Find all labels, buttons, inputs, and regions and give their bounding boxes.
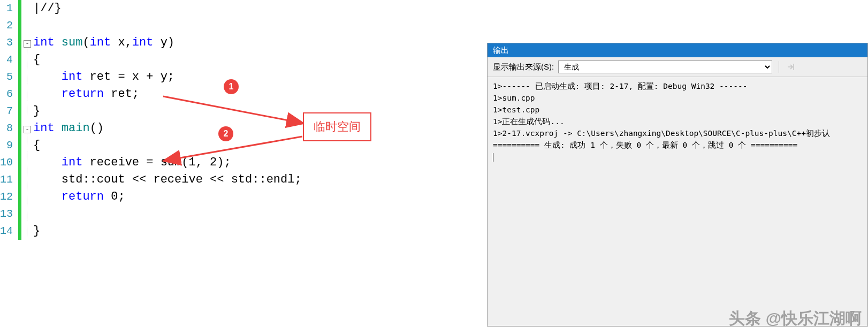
code-text[interactable]: return ret; <box>33 86 139 103</box>
code-text[interactable]: |//} <box>33 0 62 17</box>
arrow-1 <box>161 91 306 128</box>
code-editor[interactable]: 1|//}23-int sum(int x,int y)4{5 int ret … <box>0 0 487 334</box>
code-text[interactable]: return 0; <box>33 188 125 206</box>
fold-gutter[interactable] <box>21 220 33 243</box>
svg-line-1 <box>165 136 302 161</box>
output-panel: 输出 显示输出来源(S): 生成 1>------ 已启动生成: 项目: 2-1… <box>487 43 868 327</box>
output-source-select[interactable]: 生成 <box>558 60 772 73</box>
line-number: 7 <box>0 103 15 120</box>
fold-guide <box>27 151 27 169</box>
code-text[interactable]: { <box>33 51 40 69</box>
code-text[interactable]: int ret = x + y; <box>33 69 174 86</box>
line-number: 13 <box>0 206 15 223</box>
annotation-badge-1: 1 <box>224 79 239 94</box>
line-number: 1 <box>0 0 15 17</box>
output-toolbar: 显示输出来源(S): 生成 <box>488 57 867 77</box>
line-number: 10 <box>0 154 15 171</box>
output-log[interactable]: 1>------ 已启动生成: 项目: 2-17, 配置: Debug Win3… <box>488 77 867 166</box>
code-text[interactable]: } <box>33 103 40 120</box>
svg-line-0 <box>163 96 302 123</box>
goto-icon[interactable] <box>786 62 796 72</box>
line-number: 4 <box>0 51 15 69</box>
code-line[interactable]: 13 <box>0 206 487 223</box>
line-number: 9 <box>0 137 15 154</box>
fold-guide <box>27 186 27 203</box>
fold-guide <box>27 66 27 83</box>
toolbar-separator <box>779 61 779 73</box>
line-number: 5 <box>0 69 15 86</box>
code-line[interactable]: 5 int ret = x + y; <box>0 69 487 86</box>
fold-toggle-icon[interactable]: - <box>24 40 31 48</box>
code-line[interactable]: 11 std::cout << receive << std::endl; <box>0 171 487 188</box>
fold-guide <box>27 203 27 220</box>
code-text[interactable]: std::cout << receive << std::endl; <box>33 171 302 188</box>
arrow-2 <box>161 134 306 166</box>
annotation-badge-2: 2 <box>218 126 233 141</box>
fold-guide <box>27 83 27 100</box>
code-line[interactable]: 12 return 0; <box>0 188 487 206</box>
fold-guide <box>27 169 27 186</box>
code-text[interactable]: int sum(int x,int y) <box>33 34 174 51</box>
output-source-label: 显示输出来源(S): <box>493 62 554 72</box>
line-number: 14 <box>0 223 15 240</box>
watermark: 头条 @快乐江湖啊 <box>729 308 862 330</box>
code-text[interactable]: int main() <box>33 120 104 137</box>
fold-guide <box>27 49 27 66</box>
code-line[interactable]: 1|//} <box>0 0 487 17</box>
code-line[interactable]: 2 <box>0 17 487 34</box>
fold-toggle-icon[interactable]: - <box>24 126 31 133</box>
line-number: 11 <box>0 171 15 188</box>
line-number: 2 <box>0 17 15 34</box>
line-number: 3 <box>0 34 15 51</box>
line-number: 8 <box>0 120 15 137</box>
line-number: 12 <box>0 188 15 206</box>
fold-guide <box>27 100 27 117</box>
change-gutter <box>18 0 21 17</box>
fold-guide <box>27 134 27 151</box>
annotation-label: 临时空间 <box>303 112 371 141</box>
change-gutter <box>18 17 21 34</box>
code-text[interactable]: { <box>33 137 40 154</box>
line-number: 6 <box>0 86 15 103</box>
fold-guide <box>27 220 27 237</box>
text-cursor <box>493 153 493 162</box>
code-line[interactable]: 3-int sum(int x,int y) <box>0 34 487 51</box>
code-line[interactable]: 4{ <box>0 51 487 69</box>
code-line[interactable]: 14} <box>0 223 487 240</box>
code-text[interactable]: } <box>33 223 40 240</box>
output-title: 输出 <box>488 43 867 57</box>
